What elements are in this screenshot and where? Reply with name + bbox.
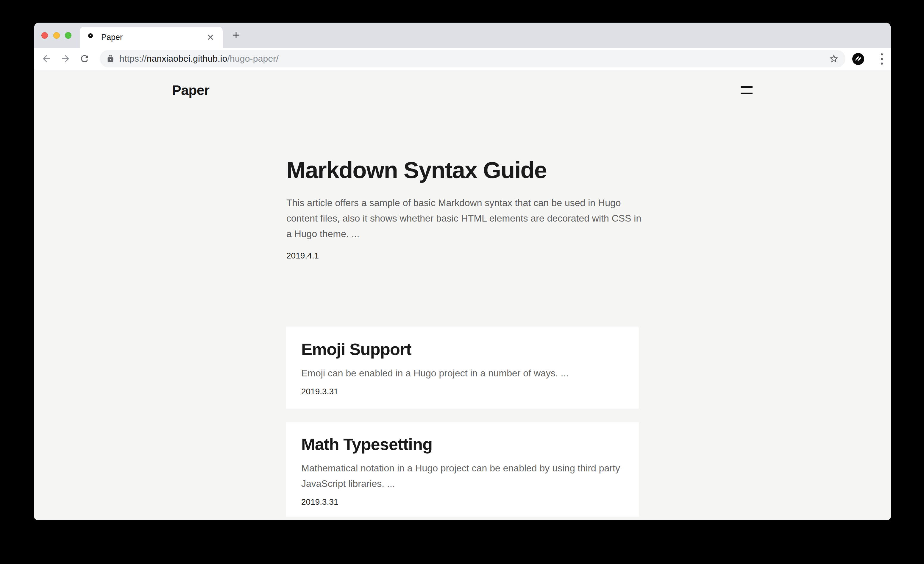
- site-logo[interactable]: Paper: [172, 82, 209, 98]
- url-scheme: https://: [119, 54, 147, 63]
- tab-close-icon[interactable]: [207, 34, 214, 41]
- plus-icon: [231, 30, 241, 40]
- menu-bar-bottom: [741, 93, 753, 94]
- post-excerpt: Mathematical notation in a Hugo project …: [301, 460, 623, 491]
- back-icon[interactable]: [41, 53, 52, 64]
- post-date: 2019.3.31: [301, 387, 623, 396]
- browser-tab[interactable]: Paper: [80, 27, 223, 48]
- url-text: https://nanxiaobei.github.io/hugo-paper/: [119, 54, 279, 64]
- tab-favicon-ring-icon: [88, 33, 93, 38]
- minimize-window-button[interactable]: [53, 32, 60, 39]
- featured-post-title[interactable]: Markdown Syntax Guide: [286, 158, 646, 182]
- forward-icon[interactable]: [60, 53, 71, 64]
- bookmark-star-icon[interactable]: [829, 54, 839, 64]
- menu-bar-top: [741, 86, 753, 88]
- post-card-emoji-support[interactable]: Emoji Support Emoji can be enabled in a …: [286, 327, 639, 409]
- browser-menu-icon[interactable]: [881, 53, 883, 65]
- post-excerpt: Emoji can be enabled in a Hugo project i…: [301, 365, 623, 381]
- new-tab-button[interactable]: [227, 27, 245, 44]
- featured-post: Markdown Syntax Guide This article offer…: [286, 158, 646, 260]
- tab-strip: Paper: [34, 23, 891, 48]
- url-path: /hugo-paper/: [227, 54, 279, 63]
- lock-icon: [106, 54, 115, 63]
- zoom-window-button[interactable]: [65, 32, 72, 39]
- address-bar[interactable]: https://nanxiaobei.github.io/hugo-paper/: [100, 50, 845, 67]
- browser-toolbar: https://nanxiaobei.github.io/hugo-paper/: [34, 48, 891, 70]
- extension-double-lightning-icon[interactable]: [852, 53, 864, 65]
- featured-post-date: 2019.4.1: [286, 251, 646, 260]
- browser-window: Paper https://nanxiaobei.github.io/hugo-…: [34, 23, 891, 520]
- reload-icon[interactable]: [79, 53, 90, 64]
- post-title[interactable]: Emoji Support: [301, 341, 623, 358]
- post-title[interactable]: Math Typesetting: [301, 436, 623, 453]
- close-window-button[interactable]: [41, 32, 48, 39]
- url-domain: nanxiaobei.github.io: [147, 54, 227, 63]
- post-card-math-typesetting[interactable]: Math Typesetting Mathematical notation i…: [286, 422, 639, 517]
- site-menu-icon[interactable]: [741, 86, 753, 95]
- post-date: 2019.3.31: [301, 497, 623, 507]
- page-content: Paper Markdown Syntax Guide This article…: [34, 70, 891, 520]
- featured-post-excerpt: This article offers a sample of basic Ma…: [286, 195, 646, 242]
- tab-title: Paper: [101, 27, 123, 48]
